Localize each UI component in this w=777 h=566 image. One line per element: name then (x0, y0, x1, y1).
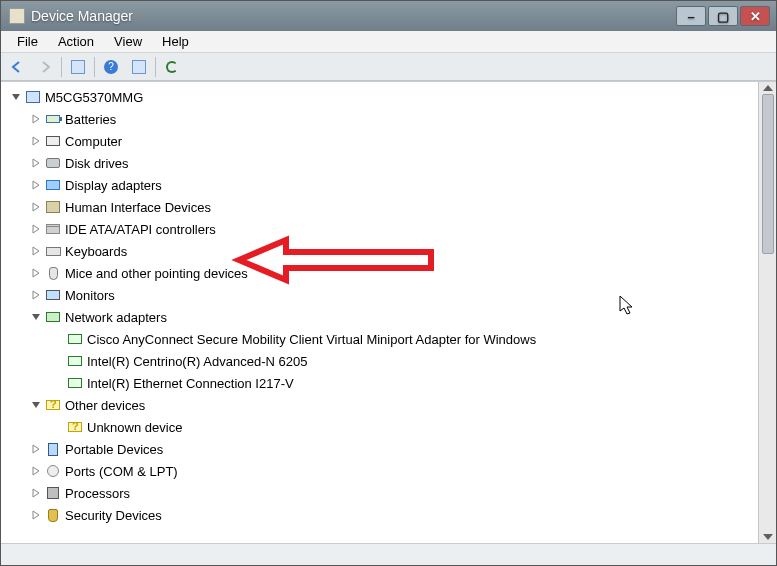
help-icon: ? (104, 60, 118, 74)
toolbar-separator (94, 57, 95, 77)
back-button[interactable] (5, 56, 29, 78)
tree-item-label: Human Interface Devices (65, 200, 217, 215)
tree-item-label: Network adapters (65, 310, 173, 325)
content-area: M5CG5370MMG BatteriesComputerDisk drives… (1, 81, 776, 543)
expand-toggle[interactable] (29, 200, 43, 214)
properties-button[interactable] (127, 56, 151, 78)
tree-item-cpu[interactable]: Processors (5, 482, 758, 504)
toolbar-separator (155, 57, 156, 77)
device-manager-window: Device Manager – ▢ ✕ File Action View He… (0, 0, 777, 566)
cpu-icon (45, 485, 61, 501)
help-button[interactable]: ? (99, 56, 123, 78)
unknown-icon (67, 419, 83, 435)
scan-icon (165, 60, 179, 74)
tree-item-keyboard[interactable]: Keyboards (5, 240, 758, 262)
tree-item-label: IDE ATA/ATAPI controllers (65, 222, 222, 237)
expand-toggle[interactable] (29, 398, 43, 412)
tree-item-mouse[interactable]: Mice and other pointing devices (5, 262, 758, 284)
toolbar-separator (61, 57, 62, 77)
tree-item-drive[interactable]: Disk drives (5, 152, 758, 174)
usb-icon (45, 199, 61, 215)
root-label: M5CG5370MMG (45, 90, 149, 105)
expand-toggle[interactable] (29, 134, 43, 148)
tree-item-label: Ports (COM & LPT) (65, 464, 184, 479)
expand-toggle[interactable] (29, 244, 43, 258)
tree-item-label: Batteries (65, 112, 122, 127)
tree-item-security[interactable]: Security Devices (5, 504, 758, 526)
close-button[interactable]: ✕ (740, 6, 770, 26)
tree-item-label: Disk drives (65, 156, 135, 171)
expand-toggle[interactable] (9, 90, 23, 104)
expand-toggle[interactable] (29, 442, 43, 456)
tree-item-label: Portable Devices (65, 442, 169, 457)
expand-toggle[interactable] (29, 464, 43, 478)
tree-item-ide[interactable]: IDE ATA/ATAPI controllers (5, 218, 758, 240)
menu-action[interactable]: Action (48, 32, 104, 51)
menu-view[interactable]: View (104, 32, 152, 51)
menu-help[interactable]: Help (152, 32, 199, 51)
drive-icon (45, 155, 61, 171)
tree-item-monitor[interactable]: Monitors (5, 284, 758, 306)
window-buttons: – ▢ ✕ (676, 6, 770, 26)
tree-item-display[interactable]: Display adapters (5, 174, 758, 196)
tree-child-item[interactable]: Unknown device (5, 416, 758, 438)
portable-icon (45, 441, 61, 457)
expand-toggle[interactable] (29, 508, 43, 522)
show-tree-button[interactable] (66, 56, 90, 78)
nic-icon (67, 331, 83, 347)
keyboard-icon (45, 243, 61, 259)
network-icon (45, 309, 61, 325)
scroll-down-icon[interactable] (763, 534, 773, 540)
tree-item-battery[interactable]: Batteries (5, 108, 758, 130)
back-arrow-icon (9, 60, 25, 74)
menu-file[interactable]: File (7, 32, 48, 51)
computer-icon (45, 133, 61, 149)
expand-toggle[interactable] (29, 310, 43, 324)
tree-item-network[interactable]: Network adapters (5, 306, 758, 328)
nic-icon (67, 353, 83, 369)
expand-toggle[interactable] (29, 112, 43, 126)
expand-toggle[interactable] (29, 486, 43, 500)
tree-item-label: Security Devices (65, 508, 168, 523)
computer-root-icon (25, 89, 41, 105)
expand-toggle[interactable] (29, 266, 43, 280)
tree-child-label: Cisco AnyConnect Secure Mobility Client … (87, 332, 542, 347)
properties-icon (132, 60, 146, 74)
scroll-thumb[interactable] (762, 94, 774, 254)
tree-child-label: Unknown device (87, 420, 188, 435)
tree-item-ports[interactable]: Ports (COM & LPT) (5, 460, 758, 482)
mouse-icon (45, 265, 61, 281)
expand-toggle[interactable] (29, 222, 43, 236)
tree-item-portable[interactable]: Portable Devices (5, 438, 758, 460)
tree-item-unknown-cat[interactable]: Other devices (5, 394, 758, 416)
menubar: File Action View Help (1, 31, 776, 53)
nic-icon (67, 375, 83, 391)
expand-toggle[interactable] (29, 288, 43, 302)
vertical-scrollbar[interactable] (758, 82, 776, 543)
tree-item-usb[interactable]: Human Interface Devices (5, 196, 758, 218)
device-tree[interactable]: M5CG5370MMG BatteriesComputerDisk drives… (1, 82, 758, 543)
tree-icon (71, 60, 85, 74)
tree-item-label: Processors (65, 486, 136, 501)
statusbar (1, 543, 776, 565)
scroll-up-icon[interactable] (763, 85, 773, 91)
forward-button[interactable] (33, 56, 57, 78)
scan-button[interactable] (160, 56, 184, 78)
tree-child-item[interactable]: Intel(R) Ethernet Connection I217-V (5, 372, 758, 394)
tree-item-label: Other devices (65, 398, 151, 413)
ide-icon (45, 221, 61, 237)
tree-root[interactable]: M5CG5370MMG (5, 86, 758, 108)
tree-child-item[interactable]: Cisco AnyConnect Secure Mobility Client … (5, 328, 758, 350)
titlebar[interactable]: Device Manager – ▢ ✕ (1, 1, 776, 31)
maximize-button[interactable]: ▢ (708, 6, 738, 26)
expand-toggle[interactable] (29, 156, 43, 170)
app-icon (9, 8, 25, 24)
tree-item-computer[interactable]: Computer (5, 130, 758, 152)
tree-item-label: Mice and other pointing devices (65, 266, 254, 281)
tree-item-label: Computer (65, 134, 128, 149)
tree-child-item[interactable]: Intel(R) Centrino(R) Advanced-N 6205 (5, 350, 758, 372)
toolbar: ? (1, 53, 776, 81)
expand-toggle[interactable] (29, 178, 43, 192)
forward-arrow-icon (37, 60, 53, 74)
minimize-button[interactable]: – (676, 6, 706, 26)
